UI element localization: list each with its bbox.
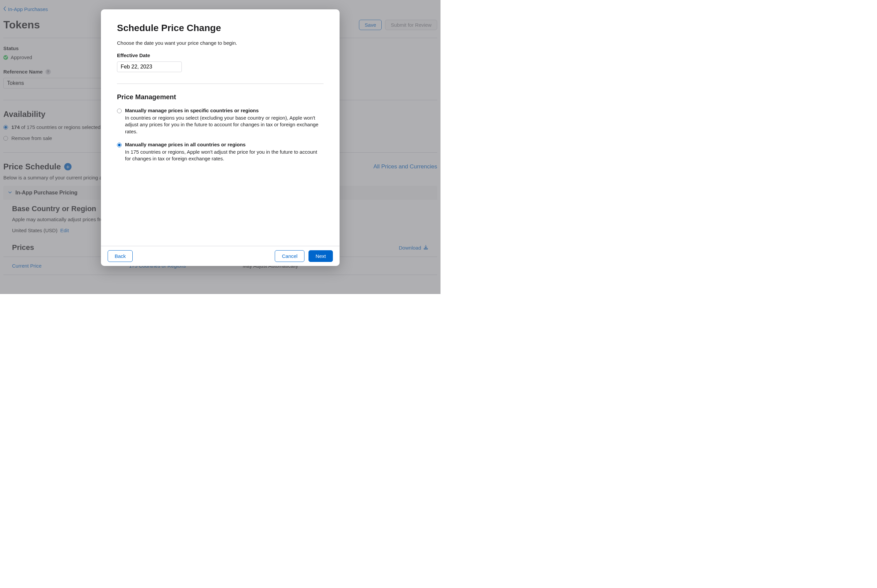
option-specific-desc: In countries or regions you select (excl… [125, 115, 323, 135]
next-button[interactable]: Next [308, 250, 333, 262]
back-button[interactable]: Back [108, 250, 133, 262]
modal-footer: Back Cancel Next [101, 246, 339, 266]
cancel-button[interactable]: Cancel [275, 250, 305, 262]
modal-title: Schedule Price Change [117, 23, 323, 33]
option-all-title: Manually manage prices in all countries … [125, 142, 323, 147]
effective-date-label: Effective Date [117, 52, 323, 58]
modal-lead: Choose the date you want your price chan… [117, 40, 323, 46]
radio-icon [117, 142, 122, 147]
divider [117, 84, 323, 84]
schedule-price-change-modal: Schedule Price Change Choose the date yo… [101, 9, 339, 266]
radio-icon [117, 109, 122, 113]
option-specific-title: Manually manage prices in specific count… [125, 108, 323, 113]
price-management-title: Price Management [117, 93, 323, 101]
option-specific[interactable]: Manually manage prices in specific count… [117, 108, 323, 135]
option-all[interactable]: Manually manage prices in all countries … [117, 142, 323, 162]
effective-date-input[interactable] [117, 62, 182, 72]
option-all-desc: In 175 countries or regions, Apple won't… [125, 148, 323, 162]
